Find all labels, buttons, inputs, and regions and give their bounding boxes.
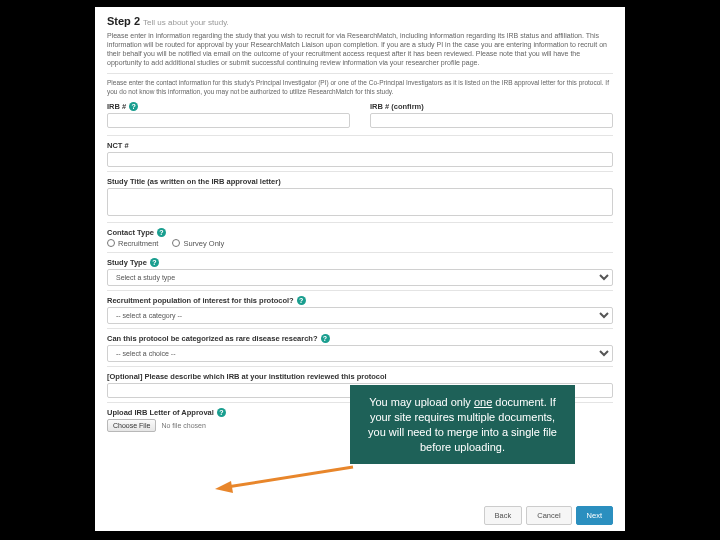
intro-text: Please enter in information regarding th… bbox=[107, 31, 613, 67]
recruitment-radio[interactable]: Recruitment bbox=[107, 239, 158, 248]
help-icon[interactable]: ? bbox=[217, 408, 226, 417]
study-title-label: Study Title (as written on the IRB appro… bbox=[107, 177, 613, 186]
study-type-select[interactable]: Select a study type bbox=[107, 269, 613, 286]
annotation-arrow-icon bbox=[215, 465, 355, 495]
optional-irb-label: [Optional] Please describe which IRB at … bbox=[107, 372, 613, 381]
survey-radio[interactable]: Survey Only bbox=[172, 239, 224, 248]
cancel-button[interactable]: Cancel bbox=[526, 506, 571, 525]
next-button[interactable]: Next bbox=[576, 506, 613, 525]
contact-type-label: Contact Type? bbox=[107, 228, 613, 237]
irb-label: IRB #? bbox=[107, 102, 350, 111]
nct-input[interactable] bbox=[107, 152, 613, 167]
irb-input[interactable] bbox=[107, 113, 350, 128]
annotation-callout: You may upload only one document. If you… bbox=[350, 385, 575, 464]
irb-confirm-label: IRB # (confirm) bbox=[370, 102, 613, 111]
study-title-input[interactable] bbox=[107, 188, 613, 216]
step-header: Step 2 Tell us about your study. bbox=[107, 15, 613, 27]
population-select[interactable]: -- select a category -- bbox=[107, 307, 613, 324]
population-label: Recruitment population of interest for t… bbox=[107, 296, 613, 305]
choose-file-button[interactable]: Choose File bbox=[107, 419, 156, 432]
back-button[interactable]: Back bbox=[484, 506, 523, 525]
step-subtitle: Tell us about your study. bbox=[143, 18, 229, 27]
pi-note: Please enter the contact information for… bbox=[107, 79, 613, 95]
rare-disease-label: Can this protocol be categorized as rare… bbox=[107, 334, 613, 343]
help-icon[interactable]: ? bbox=[297, 296, 306, 305]
svg-line-0 bbox=[227, 467, 353, 487]
help-icon[interactable]: ? bbox=[157, 228, 166, 237]
svg-marker-1 bbox=[215, 481, 233, 493]
irb-confirm-input[interactable] bbox=[370, 113, 613, 128]
study-type-label: Study Type? bbox=[107, 258, 613, 267]
help-icon[interactable]: ? bbox=[150, 258, 159, 267]
step-number: Step 2 bbox=[107, 15, 140, 27]
nct-label: NCT # bbox=[107, 141, 613, 150]
rare-disease-select[interactable]: -- select a choice -- bbox=[107, 345, 613, 362]
file-status: No file chosen bbox=[161, 422, 205, 429]
help-icon[interactable]: ? bbox=[321, 334, 330, 343]
divider bbox=[107, 73, 613, 74]
help-icon[interactable]: ? bbox=[129, 102, 138, 111]
footer-buttons: Back Cancel Next bbox=[484, 506, 613, 525]
